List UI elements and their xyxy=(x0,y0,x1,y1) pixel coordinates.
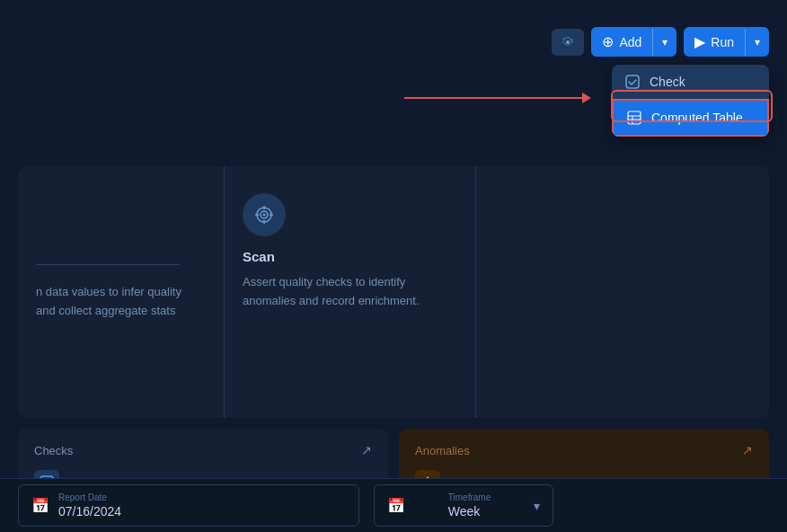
arrow-line xyxy=(404,97,584,99)
timeframe-calendar-icon: 📅 xyxy=(387,497,405,514)
anomalies-card-header: Anomalies ↗ xyxy=(415,443,753,457)
scan-card: Scan Assert quality checks to identify a… xyxy=(225,166,476,418)
check-item-label: Check xyxy=(650,75,685,89)
anomalies-label: Anomalies xyxy=(415,444,470,457)
settings-button[interactable] xyxy=(552,29,584,56)
timeframe-label: Timeframe xyxy=(448,492,491,502)
report-date-content: Report Date 07/16/2024 xyxy=(58,492,121,519)
scan-description: Assert quality checks to identify anomal… xyxy=(243,273,457,311)
timeframe-value: Week xyxy=(448,504,491,519)
left-card-text: n data values to infer quality and colle… xyxy=(36,283,181,321)
check-icon xyxy=(624,74,641,90)
toolbar: ⊕ Add ▾ ▶ Run ▾ xyxy=(552,27,769,57)
card-spacer xyxy=(476,166,769,418)
svg-rect-1 xyxy=(628,111,641,124)
add-dropdown-arrow[interactable]: ▾ xyxy=(653,30,676,55)
run-main-button[interactable]: ▶ Run xyxy=(684,27,745,57)
run-dropdown-arrow[interactable]: ▾ xyxy=(746,30,769,55)
add-plus-icon: ⊕ xyxy=(602,33,614,50)
timeframe-chevron-icon: ▾ xyxy=(534,499,540,513)
timeframe-content: Timeframe Week xyxy=(448,492,491,519)
scan-icon-circle xyxy=(243,193,286,236)
checks-card-header: Checks ↗ xyxy=(34,443,372,457)
left-card: n data values to infer quality and colle… xyxy=(18,166,225,418)
add-button-label: Add xyxy=(619,35,641,49)
add-button-group: ⊕ Add ▾ xyxy=(591,27,676,57)
checks-label: Checks xyxy=(34,444,73,457)
arrow-indicator xyxy=(404,97,584,99)
main-content: n data values to infer quality and colle… xyxy=(0,130,787,478)
scan-icon xyxy=(253,204,275,226)
add-main-button[interactable]: ⊕ Add xyxy=(591,27,652,57)
report-date-field[interactable]: 📅 Report Date 07/16/2024 xyxy=(18,484,359,527)
computed-table-item-label: Computed Table xyxy=(651,111,743,125)
cards-row: n data values to infer quality and colle… xyxy=(18,166,769,418)
timeframe-field[interactable]: 📅 Timeframe Week ▾ xyxy=(374,484,553,527)
checks-expand-icon[interactable]: ↗ xyxy=(361,443,372,457)
footer-bar: 📅 Report Date 07/16/2024 📅 Timeframe Wee… xyxy=(0,478,787,532)
card-divider xyxy=(36,264,180,265)
table-icon xyxy=(626,110,642,126)
report-date-label: Report Date xyxy=(58,492,121,502)
calendar-icon: 📅 xyxy=(31,497,49,514)
run-button-label: Run xyxy=(711,35,734,49)
scan-title: Scan xyxy=(243,249,275,264)
report-date-value: 07/16/2024 xyxy=(58,504,121,519)
svg-point-7 xyxy=(263,214,266,217)
gear-icon xyxy=(561,35,575,49)
anomalies-expand-icon[interactable]: ↗ xyxy=(742,443,753,457)
dropdown-item-check[interactable]: Check xyxy=(612,65,769,99)
add-dropdown-menu: Check Computed Table xyxy=(612,65,769,137)
run-button-group: ▶ Run ▾ xyxy=(684,27,769,57)
dropdown-item-computed-table[interactable]: Computed Table xyxy=(612,99,769,137)
svg-rect-0 xyxy=(626,75,639,88)
run-play-icon: ▶ xyxy=(694,33,705,50)
